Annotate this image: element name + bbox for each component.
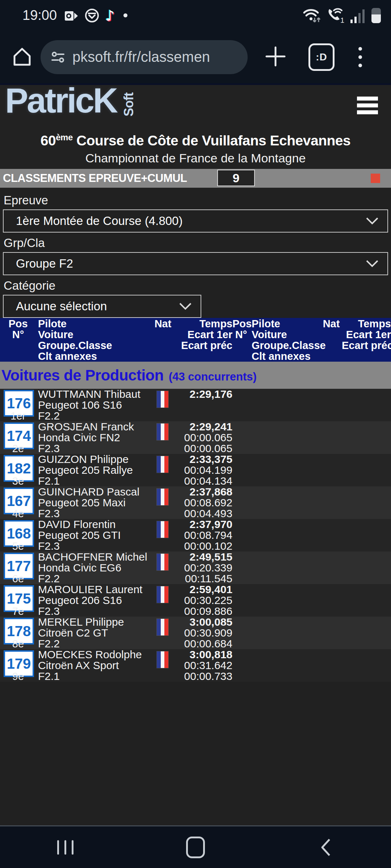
wifi-calling-icon: 1 [327,7,345,24]
row-filler [232,617,391,649]
nationality-cell [151,519,174,552]
class-label: F2.1 [38,476,151,486]
event-title: 60ème Course de Côte de Vuillafans Echev… [0,129,391,149]
gap-to-previous: 00:04.493 [174,508,232,519]
position-cell: 176 1er [0,389,36,421]
gap-to-previous: 00:00.684 [174,638,232,649]
event-subtitle: Championnat de France de la Montagne [0,151,391,165]
pilot-name: MERKEL Philippe [38,617,151,627]
pilot-cell: MOECKES Rodolphe Citroën AX Sport F2.1 [36,649,151,682]
gap-to-leader: 00:20.339 [174,562,232,573]
back-icon[interactable] [261,837,391,858]
row-filler [232,519,391,552]
position-cell: 178 8e [0,617,36,649]
site-logo[interactable]: PatricK [5,81,117,120]
time-cell: 2:29,176 [174,389,232,421]
classements-count: 9 [217,170,255,186]
position-cell: 174 2e [0,421,36,454]
position-label: 2e [0,443,36,454]
gap-to-previous: 00:00.733 [174,671,232,682]
row-filler [232,454,391,486]
lap-time: 2:37,970 [174,519,232,530]
pilot-cell: BACHOFFNER Michel Honda Civic EG6 F2.2 [36,552,151,584]
categorie-select[interactable]: Aucune sélection [3,295,201,318]
classements-label: CLASSEMENTS EPREUVE+CUMUL [3,172,187,185]
class-label: F2.1 [38,671,151,682]
tab-switcher-icon[interactable]: :D [308,43,335,71]
home-icon[interactable] [11,46,33,68]
table-row: 182 3e GUIZZON Philippe Peugeot 205 Rall… [0,454,391,486]
class-label: F2.2 [38,638,151,649]
site-logo-soft: Soft [121,88,137,121]
pilot-name: GUIZZON Philippe [38,454,151,465]
pilot-cell: MERKEL Philippe Citroën C2 GT F2.2 [36,617,151,649]
time-cell: 2:37,970 00:08.794 00:00.102 [174,519,232,552]
pilot-name: WUTTMANN Thibaut [38,389,151,400]
time-cell: 3:00,085 00:30.909 00:00.684 [174,617,232,649]
url-text: pksoft.fr/fr/classemen [72,49,210,65]
french-flag-icon [157,554,168,570]
inbox-icon [84,8,100,23]
position-label: 7e [0,606,36,617]
position-label: 4e [0,508,36,519]
car-model: Peugeot 205 Rallye [38,465,151,476]
position-cell: 182 3e [0,454,36,486]
nationality-cell [151,617,174,649]
position-cell: 175 7e [0,584,36,617]
clock: 19:00 [22,8,57,23]
pilot-cell: GUIZZON Philippe Peugeot 205 Rallye F2.1 [36,454,151,486]
lap-time: 2:33,375 [174,454,232,465]
gap-to-leader: 00:31.642 [174,660,232,671]
grpcla-select[interactable]: Groupe F2 [3,252,388,275]
french-flag-icon [157,456,168,473]
position-cell: 177 6e [0,552,36,584]
french-flag-icon [157,619,168,635]
home-nav-icon[interactable] [130,837,261,858]
group-competitor-count: (43 concurrents) [169,370,257,383]
table-row: 175 7e MAROULIER Laurent Peugeot 206 S16… [0,584,391,617]
table-header-group-2: Pos N° Pilote Voiture Groupe.Classe Clt … [232,318,391,362]
pilot-name: GROSJEAN Franck [38,421,151,432]
pilot-name: DAVID Florentin [38,519,151,530]
chevron-down-icon [366,260,379,268]
gap-to-leader [174,400,232,410]
gap-to-previous: 00:00.102 [174,541,232,552]
position-label: 1er [0,410,36,421]
signal-bars-icon [350,7,366,24]
pilot-cell: GROSJEAN Franck Honda Civic FN2 F2.3 [36,421,151,454]
table-row: 168 5e DAVID Florentin Peugeot 205 GTI F… [0,519,391,552]
notification-dot [123,13,127,17]
row-filler [232,486,391,519]
nationality-cell [151,389,174,421]
overflow-menu-icon[interactable] [358,47,362,67]
position-cell: 168 5e [0,519,36,552]
url-bar[interactable]: pksoft.fr/fr/classemen [41,40,248,74]
position-label: 6e [0,573,36,584]
filters-panel: Epreuve 1ère Montée de Course (4.800) Gr… [0,188,391,318]
tiktok-icon: ♪ [105,8,115,23]
lap-time: 3:00,818 [174,649,232,660]
results-rows: 176 1er WUTTMANN Thibaut Peugeot 106 S16… [0,389,391,682]
recents-icon[interactable] [0,840,130,855]
lap-time: 2:29,241 [174,421,232,432]
new-tab-plus-icon[interactable] [264,45,287,69]
gap-to-previous: 00:00.065 [174,443,232,454]
table-header: Pos N° Pilote Voiture Groupe.Classe Clt … [0,318,391,362]
site-header: PatricK Soft [0,83,391,127]
gap-to-leader: 00:04.199 [174,465,232,476]
row-filler [232,421,391,454]
tune-icon [50,49,66,65]
pilot-cell: DAVID Florentin Peugeot 205 GTI F2.3 [36,519,151,552]
status-bar: 19:00 ♪ [0,0,391,31]
nationality-cell [151,421,174,454]
android-navigation-bar [0,825,391,868]
car-model: Peugeot 106 S16 [38,400,151,410]
outlook-icon [64,8,79,23]
lap-time: 2:59,401 [174,584,232,595]
table-header-group-1: Pos N° Pilote Voiture Groupe.Classe Clt … [0,318,232,362]
epreuve-select[interactable]: 1ère Montée de Course (4.800) [3,209,388,233]
car-model: Citroën AX Sport [38,660,151,671]
hamburger-menu-icon[interactable] [357,97,378,114]
french-flag-icon [157,391,168,408]
lap-time: 2:29,176 [174,389,232,400]
